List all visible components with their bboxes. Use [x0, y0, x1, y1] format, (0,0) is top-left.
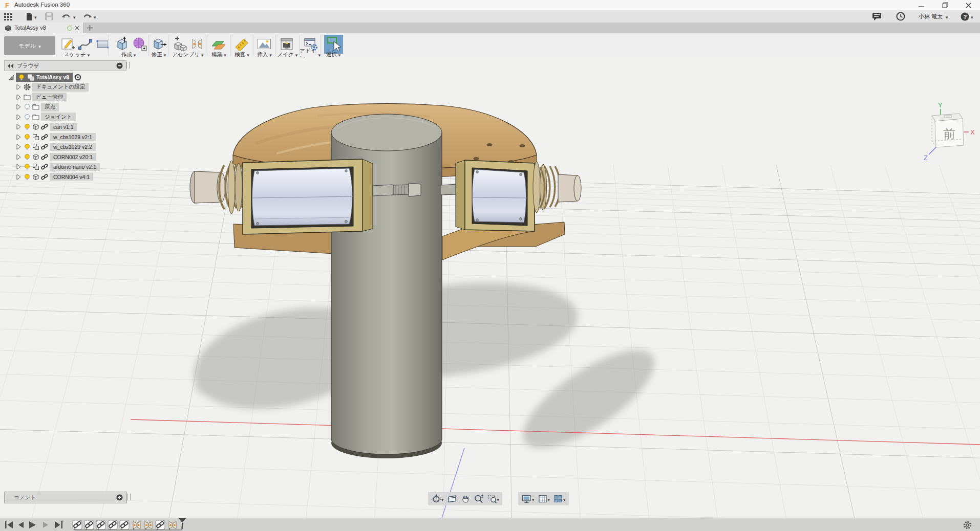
group-modify[interactable]: 修正 — [149, 52, 168, 58]
comment-bar[interactable]: コメント — [4, 492, 127, 503]
3d-viewport[interactable]: 前 Y X Z ブラウザ TotalAssy v8 — [0, 58, 980, 531]
browser-item-view-management[interactable]: ビュー管理 — [15, 92, 67, 102]
expand-arrow-icon[interactable] — [15, 94, 22, 101]
expand-arrow-icon[interactable] — [15, 134, 22, 141]
construct-plane-button[interactable] — [210, 36, 226, 52]
press-pull-button[interactable] — [152, 36, 167, 52]
group-select[interactable]: 選択 — [321, 52, 346, 58]
tab-totalassy[interactable]: TotalAssy v8 — [0, 23, 84, 33]
extrude-button[interactable] — [115, 36, 130, 52]
step-forward-button[interactable] — [42, 521, 49, 528]
activate-radio-icon[interactable] — [74, 74, 81, 81]
expand-arrow-icon[interactable] — [15, 173, 22, 181]
restore-button[interactable] — [933, 0, 956, 10]
insert-button[interactable] — [257, 36, 272, 52]
dropdown-caret-icon — [164, 52, 166, 58]
link-icon — [41, 173, 48, 181]
file-menu-button[interactable] — [26, 12, 37, 21]
group-inspect[interactable]: 検査 — [231, 52, 253, 58]
group-assemble[interactable]: アセンブリ — [169, 52, 207, 58]
app-menu-button[interactable] — [4, 12, 12, 21]
new-tab-button[interactable] — [87, 25, 93, 31]
grid-snap-button[interactable] — [537, 493, 551, 505]
browser-item-corn004[interactable]: CORN004 v4:1 — [15, 172, 93, 182]
expand-arrow-icon[interactable] — [15, 153, 22, 161]
help-menu[interactable]: ? — [961, 12, 973, 21]
expand-arrow-icon[interactable] — [15, 163, 22, 170]
minimize-button[interactable] — [910, 0, 933, 10]
group-insert[interactable]: 挿入 — [253, 52, 275, 58]
panel-minimize-icon[interactable] — [116, 62, 123, 69]
browser-item-origin[interactable]: 原点 — [15, 102, 59, 112]
timeline-settings-gear-icon[interactable] — [963, 521, 972, 529]
dropdown-caret-icon — [247, 52, 249, 58]
body-cube-icon — [32, 123, 39, 130]
viewports-button[interactable] — [552, 493, 567, 505]
expand-arrow-icon[interactable] — [15, 143, 22, 150]
browser-item-wcbs1029-1[interactable]: w_cbs1029 v2:1 — [15, 132, 96, 142]
bulb-off-icon[interactable] — [24, 114, 31, 121]
play-button[interactable] — [29, 521, 36, 528]
bulb-on-icon[interactable] — [24, 173, 31, 181]
orbit-button[interactable] — [430, 493, 445, 505]
zoom-window-button[interactable] — [486, 493, 501, 505]
browser-item-corn002[interactable]: CORN002 v20:1 — [15, 152, 96, 162]
go-to-end-button[interactable] — [54, 521, 62, 528]
look-at-button[interactable] — [446, 493, 458, 505]
panel-grip[interactable] — [126, 62, 130, 69]
go-to-start-button[interactable] — [5, 521, 13, 528]
job-status-button[interactable] — [896, 12, 905, 21]
redo-button[interactable] — [82, 12, 96, 21]
zoom-button[interactable] — [473, 493, 485, 505]
browser-item-document-settings[interactable]: ドキュメントの設定 — [15, 82, 89, 92]
tab-close-icon[interactable] — [75, 26, 79, 30]
timeline-playhead[interactable] — [178, 518, 186, 529]
bulb-on-icon[interactable] — [24, 143, 31, 150]
group-make[interactable]: メイク — [276, 52, 299, 58]
add-comment-icon[interactable] — [116, 494, 123, 501]
pan-button[interactable] — [459, 493, 472, 505]
expand-arrow-icon[interactable] — [15, 83, 22, 91]
browser-item-joints[interactable]: ジョイント — [15, 112, 76, 122]
undo-button[interactable] — [61, 12, 76, 21]
view-cube[interactable]: 前 Y X Z — [912, 100, 980, 164]
comment-grip[interactable] — [127, 494, 131, 500]
collapse-panel-icon[interactable] — [8, 63, 14, 69]
create-sketch-button[interactable] — [60, 36, 76, 52]
browser-panel-header[interactable]: ブラウザ — [4, 60, 126, 71]
new-component-button[interactable] — [172, 36, 187, 52]
group-create[interactable]: 作成 — [109, 52, 148, 58]
collapse-arrow-icon[interactable] — [7, 74, 14, 81]
display-settings-button[interactable] — [520, 493, 536, 505]
bulb-on-icon[interactable] — [24, 123, 31, 130]
expand-arrow-icon[interactable] — [15, 114, 22, 121]
user-menu[interactable]: 小林 竜太 — [919, 12, 948, 21]
bulb-on-icon[interactable] — [24, 163, 31, 170]
group-addins[interactable]: アドイン — [300, 52, 321, 58]
make-button[interactable] — [279, 36, 294, 52]
bulb-off-icon[interactable] — [24, 103, 31, 110]
extrude-icon — [115, 36, 130, 52]
expand-arrow-icon[interactable] — [15, 103, 22, 110]
selected-root-row[interactable]: TotalAssy v8 — [16, 73, 73, 82]
browser-item-can[interactable]: can v1:1 — [15, 122, 77, 132]
component-icon — [32, 134, 39, 141]
close-button[interactable] — [957, 0, 980, 10]
group-sketch[interactable]: スケッチ — [51, 52, 102, 58]
browser-item-root[interactable]: TotalAssy v8 — [7, 72, 81, 82]
browser-item-arduino-nano[interactable]: arduino nano v2:1 — [15, 162, 100, 172]
measure-button[interactable] — [234, 36, 249, 52]
create-form-button[interactable] — [132, 36, 147, 52]
bulb-on-icon[interactable] — [24, 153, 31, 161]
joint-button[interactable] — [189, 36, 205, 52]
step-back-button[interactable] — [17, 521, 25, 528]
group-construct[interactable]: 構築 — [207, 52, 230, 58]
bulb-on-icon[interactable] — [18, 74, 25, 81]
comments-button[interactable] — [872, 12, 882, 21]
save-button[interactable] — [45, 12, 53, 21]
spline-button[interactable] — [78, 36, 93, 52]
bulb-on-icon[interactable] — [24, 134, 31, 141]
workspace-selector[interactable]: モデル — [4, 36, 55, 55]
browser-item-wcbs1029-2[interactable]: w_cbs1029 v2:2 — [15, 142, 96, 152]
expand-arrow-icon[interactable] — [15, 123, 22, 130]
